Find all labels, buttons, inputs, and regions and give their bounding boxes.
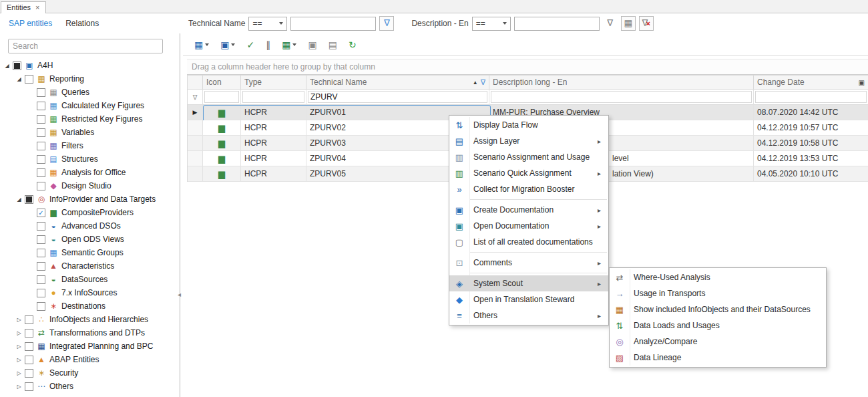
copy-button[interactable]: ▣: [306, 37, 318, 53]
group-by-bar[interactable]: Drag a column header here to group by th…: [187, 59, 868, 75]
tree-item-design-studio[interactable]: ◆Design Studio: [0, 179, 180, 192]
tree-item-7-x-infosources[interactable]: ●7.x InfoSources: [0, 286, 180, 299]
tree-item-open-ods-views[interactable]: ◒Open ODS Views: [0, 233, 180, 246]
checkbox-unchecked[interactable]: [25, 382, 33, 391]
column-header-type[interactable]: Type: [241, 75, 306, 90]
checkbox-unchecked[interactable]: [25, 329, 33, 338]
checkbox-unchecked[interactable]: [37, 275, 45, 284]
clear-filter-button[interactable]: ∇×: [639, 16, 654, 31]
menu-item-scenario-quick-assignment[interactable]: ▥Scenario Quick Assignment▸: [449, 165, 608, 181]
tree-item-calculated-key-figures[interactable]: ▦Calculated Key Figures: [0, 99, 180, 112]
checkbox-unchecked[interactable]: [37, 128, 45, 137]
menu-item-where-used-analysis[interactable]: ⇄Where-Used Analysis: [610, 269, 826, 285]
tab-close-icon[interactable]: ×: [35, 3, 39, 11]
technical-name-filter-input[interactable]: [290, 17, 376, 31]
menu-item-list-of-all-created-documentations[interactable]: ▢List of all created documentations: [449, 234, 608, 250]
filter-editor[interactable]: [204, 91, 239, 103]
documentation-button[interactable]: ▦: [192, 37, 211, 53]
tree-item-characteristics[interactable]: ▲Characteristics: [0, 259, 180, 273]
checkbox-unchecked[interactable]: [37, 102, 45, 110]
filter-editor[interactable]: [755, 91, 867, 103]
menu-item-open-in-translation-steward[interactable]: ◆Open in Translation Steward: [449, 291, 608, 307]
tree-item-a4h[interactable]: ◢▣A4H: [0, 59, 180, 72]
filter-editor-button[interactable]: ▦: [621, 16, 636, 31]
tree-item-compositeproviders[interactable]: ✓▆CompositeProviders: [0, 206, 180, 219]
dropdown-caret-icon[interactable]: [205, 43, 209, 46]
column-header-change-date[interactable]: Change Date▣: [754, 75, 868, 90]
checkbox-unchecked[interactable]: [37, 168, 45, 177]
filter-cell-icon[interactable]: [203, 90, 241, 105]
column-header-description[interactable]: Description long - En: [489, 75, 754, 90]
tab-relations[interactable]: Relations: [65, 19, 99, 28]
checkbox-unchecked[interactable]: [37, 235, 45, 244]
filter-cell-type[interactable]: [241, 90, 306, 105]
checkbox-unchecked[interactable]: [25, 315, 33, 324]
tree-item-structures[interactable]: ▤Structures: [0, 152, 180, 166]
tree-item-infoprovider-and-data-targets[interactable]: ◢◎InfoProvider and Data Targets: [0, 192, 180, 206]
menu-item-usage-in-transports[interactable]: →Usage in Transports: [610, 285, 826, 301]
tree-item-restricted-key-figures[interactable]: ▦Restricted Key Figures: [0, 112, 180, 126]
tree-item-destinations[interactable]: ∗Destinations: [0, 299, 180, 313]
tab-sap-entities[interactable]: SAP entities: [9, 19, 52, 28]
refresh-button[interactable]: ↻: [347, 37, 359, 53]
checkbox-checked[interactable]: ✓: [37, 209, 45, 217]
checkbox-partial[interactable]: [25, 195, 33, 204]
menu-item-others[interactable]: ≡Others▸: [449, 307, 608, 323]
tree-item-datasources[interactable]: ◒DataSources: [0, 273, 180, 286]
filter-editor[interactable]: ZPURV: [308, 91, 487, 103]
collapsed-icon[interactable]: ▷: [15, 384, 23, 390]
tree-item-integrated-planning-and-bpc[interactable]: ▷▦Integrated Planning and BPC: [0, 340, 180, 353]
column-header-technical-name[interactable]: Technical Name▲∇: [306, 75, 489, 90]
checkbox-unchecked[interactable]: [37, 302, 45, 311]
description-operator-select[interactable]: ==: [472, 17, 511, 31]
menu-item-scenario-assignment-and-usage[interactable]: ▥Scenario Assignment and Usage: [449, 149, 608, 165]
collapsed-icon[interactable]: ▷: [15, 370, 23, 376]
checkbox-unchecked[interactable]: [25, 356, 33, 364]
menu-item-analyze-compare[interactable]: ◎Analyze/Compare: [610, 334, 826, 350]
details-button[interactable]: ∥: [264, 37, 272, 53]
checkbox-unchecked[interactable]: [37, 182, 45, 190]
menu-item-comments[interactable]: ⊡Comments▸: [449, 255, 608, 271]
tab-entities[interactable]: Entities ×: [1, 1, 46, 13]
checkbox-unchecked[interactable]: [37, 262, 45, 271]
checkbox-unchecked[interactable]: [25, 75, 33, 84]
edit-check-button[interactable]: ✓: [244, 37, 256, 53]
excel-export-button[interactable]: ▦: [280, 37, 298, 53]
menu-item-create-documentation[interactable]: ▣Create Documentation▸: [449, 202, 608, 218]
checkbox-unchecked[interactable]: [37, 115, 45, 124]
menu-item-open-documentation[interactable]: ▣Open Documentation▸: [449, 218, 608, 234]
dropdown-caret-icon[interactable]: [292, 43, 296, 46]
tree-item-variables[interactable]: ▦Variables: [0, 126, 180, 139]
checkbox-unchecked[interactable]: [37, 88, 45, 97]
tree-item-transformations-and-dtps[interactable]: ▷⇄Transformations and DTPs: [0, 326, 180, 340]
filter-editor[interactable]: [491, 91, 752, 103]
expanded-icon[interactable]: ◢: [3, 63, 11, 69]
column-filter-icon[interactable]: ∇: [481, 78, 485, 87]
checkbox-unchecked[interactable]: [37, 142, 45, 150]
tree-item-abap-entities[interactable]: ▷▲ABAP Entities: [0, 353, 180, 366]
search-input[interactable]: [8, 39, 163, 53]
menu-item-display-data-flow[interactable]: ⇅Display Data Flow: [449, 117, 608, 133]
column-chooser-icon[interactable]: ▣: [859, 79, 865, 86]
description-filter-button[interactable]: ∇: [603, 16, 618, 31]
checkbox-unchecked[interactable]: [25, 342, 33, 351]
tree-item-others[interactable]: ▷⋯Others: [0, 380, 180, 393]
filter-cell-description[interactable]: [489, 90, 754, 105]
menu-item-data-loads-and-usages[interactable]: ⇅Data Loads and Usages: [610, 317, 826, 334]
checkbox-unchecked[interactable]: [25, 369, 33, 378]
expanded-icon[interactable]: ◢: [15, 196, 23, 203]
filter-cell-change-date[interactable]: [754, 90, 868, 105]
collapsed-icon[interactable]: ▷: [15, 317, 23, 323]
checkbox-unchecked[interactable]: [37, 155, 45, 164]
filter-apply-button[interactable]: ∇: [379, 16, 394, 31]
menu-item-collect-for-migration-booster[interactable]: »Collect for Migration Booster: [449, 181, 608, 197]
tree-item-infoobjects-and-hierarchies[interactable]: ▷∴InfoObjects and Hierarchies: [0, 313, 180, 326]
collapsed-icon[interactable]: ▷: [15, 357, 23, 363]
collapsed-icon[interactable]: ▷: [15, 344, 23, 350]
menu-item-show-included-infoobjects-and-their-datasources[interactable]: ▦Show included InfoObjects and their Dat…: [610, 301, 826, 317]
filter-cell-technical-name[interactable]: ZPURV: [306, 90, 489, 105]
checkbox-unchecked[interactable]: [37, 222, 45, 231]
menu-item-system-scout[interactable]: ◈System Scout▸: [449, 275, 608, 291]
filter-editor[interactable]: [242, 91, 304, 103]
column-header-icon[interactable]: Icon: [203, 75, 241, 90]
